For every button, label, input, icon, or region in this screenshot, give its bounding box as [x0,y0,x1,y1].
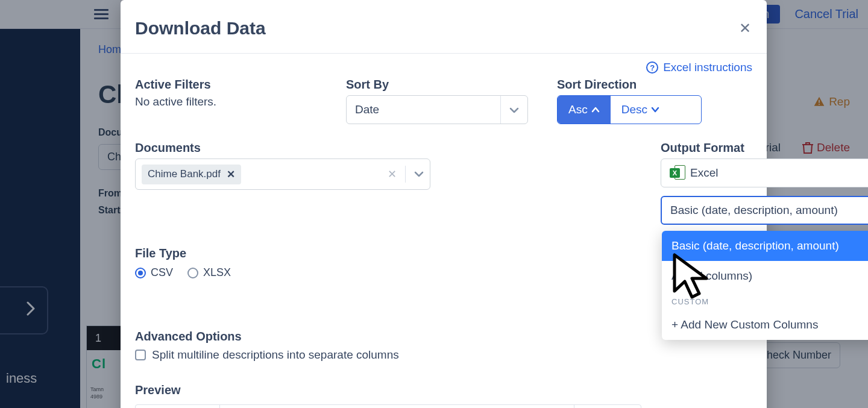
document-chip-label: Chime Bank.pdf [148,168,221,180]
chevron-up-icon [591,107,600,113]
chevron-right-icon [27,301,35,320]
thumbnail-meta: Tamn 4989 [87,372,122,400]
sidebar-label-fragment: iness [0,371,80,398]
warning-icon [813,96,825,108]
split-multiline-label: Split multiline descriptions into separa… [152,348,399,362]
excel-instructions-link[interactable]: ? Excel instructions [646,61,752,74]
help-icon: ? [646,61,658,74]
multiselect-clear-button[interactable]: ✕ [388,168,397,181]
dropdown-group-custom: CUSTOM [662,291,868,310]
file-type-xlsx-radio[interactable]: XLSX [187,266,231,279]
columns-template-select[interactable]: Basic (date, description, amount) Basic … [661,196,868,225]
thumbnail-logo-fragment: Cl [87,350,122,372]
file-type-csv-radio[interactable]: CSV [135,266,173,279]
active-filters-label: Active Filters [135,78,334,92]
download-data-modal: Download Data ✕ ? Excel instructions Act… [121,0,767,408]
columns-template-dropdown: Basic (date, description, amount) All (a… [662,231,868,340]
chip-remove-button[interactable]: ✕ [227,168,235,181]
advanced-options-label: Advanced Options [135,330,641,344]
thumbnail-page-number: 1 [87,326,122,350]
output-format-select[interactable]: X Excel [661,158,868,187]
chevron-down-icon [651,107,659,113]
sort-direction-toggle: Asc Desc [557,95,702,124]
cancel-trial-link[interactable]: Cancel Trial [794,7,858,21]
dropdown-option-basic[interactable]: Basic (date, description, amount) [662,231,868,261]
sort-by-value: Date [355,103,379,116]
sort-asc-button[interactable]: Asc [558,96,611,124]
split-multiline-checkbox[interactable] [135,350,146,360]
file-type-label: File Type [135,246,641,260]
modal-title: Download Data [135,18,266,39]
document-thumbnail[interactable]: 1 Cl Tamn 4989 [86,325,122,408]
documents-label: Documents [135,141,641,155]
radio-icon [135,268,146,278]
close-icon: ✕ [739,20,751,36]
active-filters-value: No active filters. [135,95,334,108]
sort-desc-button[interactable]: Desc [611,96,670,124]
sort-direction-label: Sort Direction [557,78,702,92]
document-chip: Chime Bank.pdf ✕ [142,165,241,184]
chevron-down-icon [509,103,519,116]
sidebar-expand-button[interactable] [0,286,48,334]
columns-template-value: Basic (date, description, amount) [670,204,838,217]
sort-by-select[interactable]: Date [346,95,528,124]
preview-header-amount: amount [574,405,641,408]
hamburger-icon[interactable] [94,9,108,19]
output-format-value: Excel [690,166,718,180]
sort-by-label: Sort By [346,78,533,92]
chevron-down-icon[interactable] [414,169,424,180]
preview-label: Preview [135,383,641,397]
dropdown-option-add-custom[interactable]: + Add New Custom Columns [662,310,868,340]
radio-icon [187,268,198,278]
svg-rect-1 [819,104,820,105]
preview-header-description: description [220,405,574,408]
output-format-label: Output Format [661,141,868,155]
svg-rect-0 [819,100,820,103]
dropdown-option-all[interactable]: All (all columns) [662,261,868,291]
report-warning[interactable]: Rep [813,95,850,108]
preview-header-date: date [136,405,220,408]
preview-table: date description amount [135,404,641,408]
excel-icon: X [670,165,685,181]
modal-close-button[interactable]: ✕ [739,20,751,37]
sidebar: iness [0,29,80,408]
documents-multiselect[interactable]: Chime Bank.pdf ✕ ✕ [135,158,430,190]
